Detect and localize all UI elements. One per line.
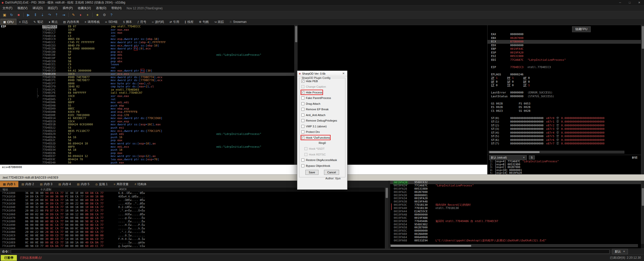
disasm-row[interactable]: 77D4ED0B83E4 F8and esp,FFFFFFF8	[0, 111, 298, 114]
registers-pane[interactable]: 隐藏FPU EAX00000000EBX002B7000ECXB7DB0000E…	[487, 25, 641, 174]
register-row[interactable]: LastStatus00000000(STATUS_SUCCESS)	[488, 95, 641, 98]
stack-row[interactable]: 0019FA28005319D0	[390, 187, 641, 191]
cancel-button[interactable]: Cancel	[324, 170, 339, 175]
checkbox-box[interactable]: ✓	[301, 91, 304, 94]
menu-插件-p[interactable]: 插件(P)	[60, 6, 75, 10]
dump-row[interactable]: 77CA10F040 98 CD 77 40 EA DA 77 00 00 00…	[0, 244, 388, 248]
stack-row[interactable]: 0019FA4077D1B130ntdll.77D1B130	[390, 207, 641, 210]
disasm-row[interactable]: 77D4ED4050push eax	[0, 161, 298, 165]
dump-row[interactable]: 77CA10C00C 00 0E 00 30 09 CD 77 00 00 00…	[0, 234, 388, 237]
menu-选项-o[interactable]: 选项(O)	[93, 6, 109, 10]
tab-引用[interactable]: ⇄引用	[167, 19, 182, 25]
checkbox-hook-ssdt[interactable]: Hook *SSDT	[304, 147, 325, 151]
stack-horizontal-scrollbar[interactable]	[390, 244, 638, 247]
tab-脚本[interactable]: §脚本	[120, 19, 135, 25]
pane-splitter[interactable]	[388, 181, 390, 248]
disasm-row[interactable]: 77D4ED2957push ediedi:"LdrpInitializePro…	[0, 133, 298, 136]
menu-调试-d[interactable]: 调试(D)	[30, 6, 45, 10]
checkbox-box[interactable]	[301, 119, 304, 122]
register-row[interactable]: EBP0019FA4C	[488, 47, 641, 51]
step-into-icon[interactable]: ⇣	[39, 12, 46, 18]
tab-句柄[interactable]: ⚙句柄	[196, 19, 212, 25]
disasm-row[interactable]: 77D4ECDF5Epop esi	[0, 57, 298, 60]
dump-row[interactable]: 77CA106000 00 02 00 30 D9 CA 77 10 00 12…	[0, 213, 388, 216]
fpu-horizontal-scrollbar[interactable]	[489, 151, 624, 153]
register-row[interactable]: OF0SF0DF0	[488, 80, 641, 84]
checkbox-box[interactable]	[301, 125, 304, 128]
checkbox-fake-parentprocess[interactable]: Fake ParentProcess	[301, 96, 331, 100]
close-button[interactable]: ✕	[634, 1, 644, 4]
tab-内存-3[interactable]: ▤内存 3	[37, 181, 55, 187]
stack-row[interactable]: 0019FA2C002B7000	[390, 191, 641, 194]
tab-源代码[interactable]: ‹›源代码	[149, 19, 167, 25]
register-row[interactable]: ST(7)00000000000000000000x87r7空0.0000000…	[488, 142, 641, 146]
inject-icon[interactable]: +	[84, 12, 91, 18]
register-row[interactable]	[488, 87, 641, 91]
register-row[interactable]: ESI005319D0	[488, 55, 641, 58]
dump-row[interactable]: 77CA109006 00 08 00 48 8C CA 77 04 00 06…	[0, 223, 388, 227]
register-row[interactable]	[488, 62, 641, 66]
stack-row[interactable]: 0019FA20956DC632	[390, 181, 641, 184]
save-button[interactable]: Save	[305, 170, 318, 175]
tab-seh链[interactable]: ∞SEH链	[102, 19, 120, 25]
dump-row[interactable]: 77CA10E00C 00 0E 00 00 8E CD 77 18 00 1A…	[0, 241, 388, 244]
disasm-row[interactable]: 77D4ECD664:890D 00000000mov dword ptr fs…	[0, 47, 298, 50]
run-icon[interactable]: ▶	[25, 12, 32, 18]
restart-icon[interactable]: ↻	[8, 12, 15, 18]
settings-icon[interactable]: ⚙	[101, 12, 108, 18]
checkbox-hook-zwfunctions[interactable]: ✓Hook *ZwFunctions	[301, 136, 330, 139]
stack-row[interactable]: 0019FA3000000001	[390, 194, 641, 197]
registers-scrollbar[interactable]	[641, 25, 644, 174]
disasm-row[interactable]: 77D4ED2D66:894424 10mov word ptr ss:[esp…	[0, 142, 298, 145]
disasm-row[interactable]: 77D4ED346A 18push 18	[0, 148, 298, 152]
stack-row[interactable]: 0019FA2477CA687C"LdrpInitializeProcess"	[390, 184, 641, 187]
register-row[interactable]: EDI77CA687C"LdrpInitializeProcess"	[488, 58, 641, 62]
dump-row[interactable]: 77CA108006 00 08 00 A0 8D CA 77 04 00 06…	[0, 220, 388, 223]
checkbox-vmp-3-1-above[interactable]: VMP 3.1 (above)	[301, 124, 327, 128]
stack-row[interactable]: 0019FA5C00000000	[390, 229, 641, 233]
checkbox-box[interactable]: ✓	[301, 80, 304, 83]
checkbox-box[interactable]	[304, 153, 307, 156]
dump-row[interactable]: 77CA10B020 00 22 00 28 8D CA 77 0E 00 10…	[0, 230, 388, 234]
stop-icon[interactable]: ■	[15, 12, 22, 18]
tab-监视-1[interactable]: ◎监视 1	[92, 181, 111, 187]
tab-内存-2[interactable]: ▤内存 2	[18, 181, 37, 187]
dump-row[interactable]: 77CA10D046 00 48 00 30 8D CD 77 14 00 16…	[0, 237, 388, 241]
flame-icon[interactable]: ♦	[77, 12, 84, 18]
menu-文件-f[interactable]: 文件(F)	[0, 6, 15, 10]
dump-row[interactable]: 77CA104030 00 32 00 4C D8 CA 77 16 00 18…	[0, 205, 388, 209]
checkbox-drag-attach[interactable]: Drag Attach	[301, 102, 320, 106]
stack-row[interactable]: 0019FA340019FA20	[390, 197, 641, 200]
disasm-row[interactable]: 77D4ED3C8D4424 70lea eax,dword ptr ss:[e…	[0, 158, 298, 161]
disasm-row[interactable]: 77D4ECC740inc eax	[0, 31, 298, 35]
patch-icon[interactable]: ✎	[70, 12, 77, 18]
tab-内存-4[interactable]: ▤内存 4	[55, 181, 74, 187]
register-row[interactable]	[488, 113, 641, 117]
checkbox-box[interactable]	[301, 102, 304, 105]
checkbox-box[interactable]	[301, 108, 304, 111]
checkbox-remove-ep-break[interactable]: Remove EP Break	[301, 108, 329, 111]
tab-线程[interactable]: ∥线程	[182, 19, 196, 25]
register-row[interactable]: ST(3)00000000000000000000x87r3空0.0000000…	[488, 127, 641, 131]
menu-视图-v[interactable]: 视图(V)	[15, 6, 30, 10]
disasm-row[interactable]: 77D4ECF93848 02cmp byte ptr ds:[eax+2],c…	[0, 85, 298, 88]
run-to-cursor-icon[interactable]: ⇥	[60, 12, 67, 18]
tab-跟踪[interactable]: ↝跟踪	[212, 19, 227, 25]
command-input[interactable]	[11, 249, 610, 254]
argument-row[interactable]: 5: [esp+14] 0019FA20	[488, 172, 641, 174]
tab-局部变量[interactable]: ≡局部变量	[111, 181, 132, 187]
stack-row[interactable]: 0019FA6800531E94L"C:\\Users\\ppoh\\Deskt…	[390, 239, 641, 242]
checkbox-box[interactable]	[301, 159, 304, 162]
stack-row[interactable]: 0019FA54956DC0D2	[390, 223, 641, 226]
unlock-button[interactable]: 解锁	[632, 156, 637, 160]
tab-调用堆栈[interactable]: ≡调用堆栈	[82, 19, 102, 25]
disasm-row[interactable]: EIP77D4ECC3EB 07jmp ntdll.77D4ECCC	[0, 25, 298, 28]
command-profile-select[interactable]: 默认▼	[612, 249, 628, 254]
dump-scrollbar[interactable]	[385, 187, 388, 248]
checkbox-bypass-objecthook[interactable]: Bypass ObjectHook	[301, 164, 330, 168]
pause-icon[interactable]: ‖	[32, 12, 39, 18]
tab-内存-5[interactable]: ▤内存 5	[74, 181, 92, 187]
register-row[interactable]	[488, 69, 641, 73]
checkbox-box[interactable]	[301, 85, 304, 88]
dump-row[interactable]: 77CA107006 00 08 00 40 8D CA 77 06 00 08…	[0, 216, 388, 220]
